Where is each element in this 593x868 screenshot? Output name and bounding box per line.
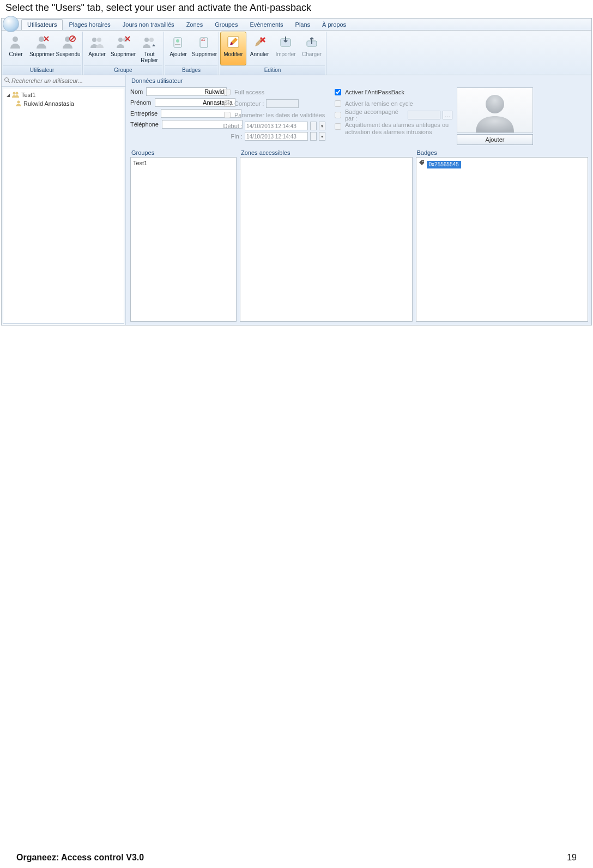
tab-zones[interactable]: Zones (180, 19, 209, 30)
svg-point-16 (176, 39, 179, 43)
suspendu-label: Suspendu (56, 51, 80, 57)
remise-cycle-label: Activer la remise en cycle (345, 100, 413, 107)
fin-input[interactable]: 14/10/2013 12:14:43 (245, 132, 308, 141)
supprimer-group-button[interactable]: Supprimer (110, 32, 136, 65)
svg-point-27 (13, 92, 16, 95)
tab-a-propos[interactable]: À propos (316, 19, 352, 30)
supprimer-user-button[interactable]: Supprimer (29, 32, 55, 65)
ajouter-group-label: Ajouter (88, 51, 106, 57)
acquittement-checkbox (335, 123, 341, 130)
import-icon (277, 34, 294, 50)
main-content: ◢ Test1 Rukwid Annastasia Données utilis… (2, 75, 591, 325)
badge-tag-icon (419, 161, 427, 167)
fin-spinner[interactable] (310, 132, 317, 141)
ajouter-badge-button[interactable]: Ajouter (165, 32, 191, 65)
tout-replier-label: Tout Replier (141, 51, 158, 63)
badge-accomp-label: Badge accompagné par : (345, 108, 406, 122)
ribbon-group-user-label: Utilisateur (3, 65, 81, 75)
tout-replier-button[interactable]: Tout Replier (136, 32, 162, 65)
supprimer-badge-label: Supprimer (192, 51, 217, 57)
debut-dropdown-icon[interactable]: ▾ (319, 122, 325, 130)
user-tree[interactable]: ◢ Test1 Rukwid Annastasia (3, 88, 124, 324)
annuler-button[interactable]: Annuler (246, 32, 273, 65)
param-dates-checkbox (224, 112, 231, 118)
instruction-text: Select the "Users" tab, select your user… (0, 0, 593, 18)
svg-point-31 (422, 161, 423, 162)
ribbon-tabs: Utilisateurs Plages horaires Jours non t… (2, 19, 591, 31)
badge-item[interactable]: 0x25565545 (427, 161, 461, 168)
user-icon (15, 100, 22, 107)
tab-evenements[interactable]: Evènements (244, 19, 289, 30)
page-footer: Organeez: Access control V3.0 19 (0, 853, 593, 863)
suspendu-user-button[interactable]: Suspendu (55, 32, 81, 65)
footer-title: Organeez: Access control V3.0 (16, 853, 144, 863)
ajouter-group-button[interactable]: Ajouter (84, 32, 110, 65)
zones-list[interactable] (240, 157, 413, 322)
nom-input[interactable] (146, 87, 227, 96)
ribbon-group-group-label: Groupe (84, 65, 162, 75)
form-col-access: Full access Compteur : Parametrer les da… (222, 87, 328, 145)
tab-plages-horaires[interactable]: Plages horaires (63, 19, 116, 30)
importer-button[interactable]: Importer (273, 32, 299, 65)
debut-input[interactable]: 14/10/2013 12:14:43 (245, 122, 308, 130)
tree-child-node[interactable]: Rukwid Annastasia (4, 99, 123, 108)
supprimer-group-label: Supprimer (111, 51, 136, 57)
supprimer-badge-button[interactable]: x1 Supprimer (191, 32, 217, 65)
compteur-label: Compteur : (234, 100, 264, 107)
antipassback-checkbox[interactable] (335, 89, 341, 95)
tab-jours-non-travailles[interactable]: Jours non travaillés (117, 19, 180, 30)
antipassback-label: Activer l'AntiPassBack (345, 89, 404, 95)
svg-point-8 (97, 38, 101, 42)
search-row (2, 75, 125, 87)
svg-point-28 (16, 92, 19, 95)
form-col-options: Activer l'AntiPassBack Activer la remise… (332, 87, 452, 145)
groupes-label: Groupes (130, 149, 237, 157)
modifier-button[interactable]: Modifier (220, 32, 246, 65)
badges-list[interactable]: 0x25565545 (416, 157, 589, 322)
param-dates-label: Parametrer les dates de validitées (234, 112, 325, 118)
debut-spinner[interactable] (310, 122, 317, 130)
charger-button[interactable]: Charger (299, 32, 325, 65)
zones-label: Zones accessibles (240, 149, 413, 157)
tree-root-node[interactable]: ◢ Test1 (4, 91, 123, 99)
tab-plans[interactable]: Plans (289, 19, 317, 30)
groupes-list[interactable]: Test1 (130, 157, 237, 322)
app-logo-icon[interactable] (3, 16, 19, 32)
modifier-label: Modifier (223, 51, 243, 57)
svg-point-7 (92, 38, 96, 42)
badge-add-icon (170, 34, 186, 50)
right-panel: Données utilisateur Nom Prénom Entrepris… (126, 75, 591, 325)
tree-collapse-icon[interactable]: ◢ (5, 93, 10, 98)
search-input[interactable] (10, 76, 123, 85)
svg-rect-17 (175, 44, 180, 45)
group-add-icon (89, 34, 105, 50)
annuler-label: Annuler (250, 51, 269, 57)
search-icon (4, 77, 10, 85)
ajouter-photo-button[interactable]: Ajouter (457, 134, 533, 145)
badge-accomp-input (408, 111, 440, 119)
svg-point-14 (149, 38, 154, 42)
svg-line-6 (70, 37, 75, 41)
group-icon (12, 91, 20, 99)
creer-label: Créer (9, 51, 22, 57)
ribbon-group-edition: Modifier Annuler Importer (219, 32, 326, 75)
svg-point-29 (17, 101, 20, 104)
tab-groupes[interactable]: Groupes (209, 19, 244, 30)
debut-label: Début : (222, 123, 243, 129)
user-data-title: Données utilisateur (130, 77, 588, 85)
full-access-label: Full access (234, 89, 264, 95)
ribbon-group-badges: Ajouter x1 Supprimer Badges (164, 32, 219, 75)
remise-cycle-checkbox (335, 100, 341, 107)
ribbon-group-edition-label: Edition (220, 65, 325, 75)
tab-utilisateurs[interactable]: Utilisateurs (21, 19, 63, 30)
upload-icon (304, 34, 320, 50)
ajouter-badge-label: Ajouter (170, 51, 187, 57)
groupes-item[interactable]: Test1 (133, 160, 234, 166)
svg-point-13 (144, 38, 149, 42)
left-panel: ◢ Test1 Rukwid Annastasia (2, 75, 126, 325)
tree-child-label: Rukwid Annastasia (23, 100, 74, 107)
creer-user-button[interactable]: Créer (3, 32, 29, 65)
svg-point-0 (13, 37, 18, 42)
fin-dropdown-icon[interactable]: ▾ (319, 132, 325, 141)
avatar-placeholder (457, 87, 533, 133)
